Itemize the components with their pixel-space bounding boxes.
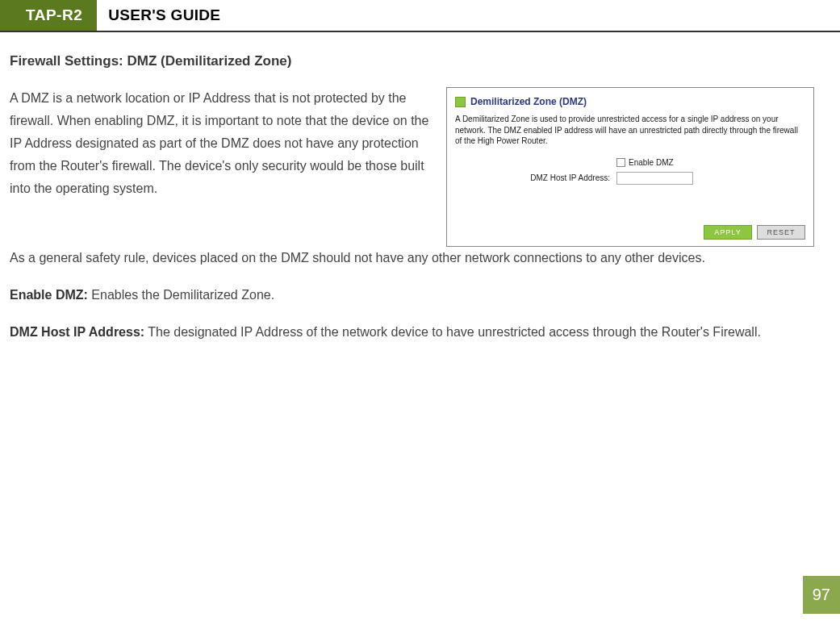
panel-title: Demilitarized Zone (DMZ) (470, 96, 587, 107)
dmz-host-ip-term: DMZ Host IP Address: (10, 325, 144, 339)
enable-dmz-label: Enable DMZ (629, 158, 674, 167)
page-number: 97 (803, 576, 840, 614)
panel-accent-icon (455, 97, 466, 107)
reset-button[interactable]: RESET (757, 225, 805, 240)
page-content: Firewall Settings: DMZ (Demilitarized Zo… (0, 32, 840, 344)
router-ui-panel: Demilitarized Zone (DMZ) A Demilitarized… (446, 87, 814, 247)
model-badge: TAP-R2 (0, 0, 97, 31)
guide-title: USER'S GUIDE (97, 0, 232, 31)
paragraph-safety-rule: As a general safety rule, devices placed… (6, 247, 814, 269)
paragraph-dmz-host-ip: DMZ Host IP Address: The designated IP A… (6, 321, 814, 344)
dmz-host-ip-input[interactable] (616, 172, 693, 185)
dmz-host-ip-definition: The designated IP Address of the network… (144, 325, 761, 339)
page-header: TAP-R2 USER'S GUIDE (0, 0, 840, 32)
apply-button[interactable]: APPLY (704, 225, 752, 240)
dmz-host-ip-label: DMZ Host IP Address: (455, 173, 616, 182)
enable-dmz-term: Enable DMZ: (10, 288, 88, 302)
paragraph-enable-dmz: Enable DMZ: Enables the Demilitarized Zo… (6, 284, 814, 306)
enable-dmz-checkbox[interactable] (616, 158, 625, 167)
enable-dmz-definition: Enables the Demilitarized Zone. (88, 288, 274, 302)
panel-description: A Demilitarized Zone is used to provide … (455, 114, 805, 147)
section-heading: Firewall Settings: DMZ (Demilitarized Zo… (6, 53, 814, 69)
paragraph-dmz-intro: A DMZ is a network location or IP Addres… (6, 87, 433, 200)
